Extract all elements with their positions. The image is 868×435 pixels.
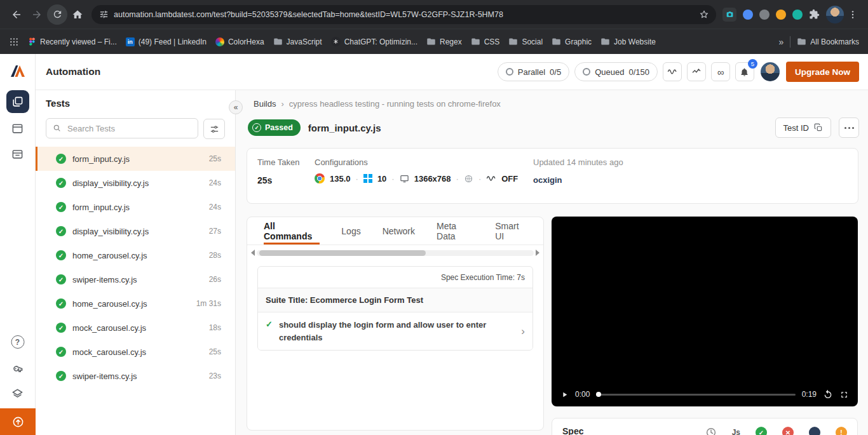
rail-item-builds[interactable] <box>6 90 29 113</box>
extension-camera-icon[interactable] <box>722 8 736 22</box>
video-seek-knob[interactable] <box>596 392 601 397</box>
video-seek-bar[interactable] <box>596 394 795 396</box>
tab-logs[interactable]: Logs <box>341 217 360 244</box>
home-icon <box>72 9 83 20</box>
passed-check-icon: ✓ <box>56 202 66 212</box>
test-id-button[interactable]: Test ID <box>775 117 831 138</box>
bookmark-folder-graphic[interactable]: Graphic <box>552 37 592 46</box>
back-button[interactable] <box>6 4 27 25</box>
bookmark-folder-social[interactable]: Social <box>508 37 543 46</box>
bookmark-linkedin[interactable]: in (49) Feed | LinkedIn <box>126 37 207 46</box>
spec-result-row[interactable]: ✓ should display the login form and allo… <box>258 312 532 350</box>
bookmark-folder-css[interactable]: CSS <box>471 37 500 46</box>
upgrade-now-button[interactable]: Upgrade Now <box>786 62 859 82</box>
access-key-icon[interactable] <box>8 358 28 378</box>
search-box[interactable] <box>46 118 198 138</box>
extension-blue-icon[interactable] <box>743 10 753 20</box>
apps-grid-icon[interactable] <box>9 37 19 47</box>
spec-section-title: Spec <box>562 426 583 435</box>
passed-check-icon: ✓ <box>56 347 66 357</box>
bookmarks-overflow-chevron[interactable]: » <box>779 37 784 47</box>
playback-speed-button[interactable] <box>823 389 833 399</box>
scroll-right-arrow[interactable] <box>536 250 539 256</box>
test-list-item[interactable]: ✓ swiper-items.cy.js 26s <box>36 267 235 291</box>
home-button[interactable] <box>67 4 88 25</box>
tab-all-commands[interactable]: All Commands <box>264 217 320 244</box>
test-name: mock_carousel.cy.js <box>72 323 203 333</box>
test-list-item[interactable]: ✓ display_visibility.cy.js 24s <box>36 171 235 195</box>
rail-item-archive[interactable] <box>8 144 28 164</box>
passed-check-icon: ✓ <box>56 298 66 309</box>
fullscreen-button[interactable] <box>839 390 849 399</box>
notifications-button[interactable]: 5 <box>735 62 754 81</box>
spec-js-icon[interactable]: Js <box>732 428 740 435</box>
scrollbar-track[interactable] <box>257 250 534 256</box>
video-player[interactable]: 0:00 0:19 <box>552 217 858 406</box>
kebab-menu-icon <box>848 10 858 20</box>
spec-skipped-icon[interactable] <box>809 427 820 435</box>
test-list-item[interactable]: ✓ display_visibility.cy.js 27s <box>36 219 235 243</box>
analytics-button[interactable] <box>687 62 706 81</box>
automation-infinity-button[interactable]: ∞ <box>711 62 730 81</box>
extension-gray-icon[interactable] <box>759 10 770 20</box>
spec-passed-icon[interactable]: ✓ <box>756 427 767 435</box>
test-list-item[interactable]: ✓ home_carousel.cy.js 28s <box>36 243 235 267</box>
filter-button[interactable] <box>203 119 225 139</box>
spec-failed-icon[interactable]: ✕ <box>782 427 794 435</box>
rail-item-sessions[interactable] <box>8 118 28 138</box>
test-list-item[interactable]: ✓ swiper-items.cy.js 23s <box>36 364 235 388</box>
all-bookmarks-button[interactable]: All Bookmarks <box>797 37 859 46</box>
more-options-button[interactable] <box>839 117 859 138</box>
test-list-item[interactable]: ✓ mock_carousel.cy.js 18s <box>36 316 235 340</box>
network-throttle-icon <box>486 173 496 184</box>
bookmark-recently-viewed[interactable]: Recently viewed – Fi... <box>28 37 117 46</box>
collapse-panel-button[interactable]: « <box>229 100 243 114</box>
refresh-button[interactable] <box>47 4 67 25</box>
time-taken-label: Time Taken <box>257 157 299 167</box>
browser-window-icon <box>11 123 24 135</box>
tab-network[interactable]: Network <box>383 217 415 244</box>
address-bar[interactable]: automation.lambdatest.com/test?build=520… <box>92 5 716 24</box>
search-input[interactable] <box>66 123 191 134</box>
bookmark-star-button[interactable] <box>696 6 712 23</box>
browser-menu-button[interactable] <box>844 6 862 23</box>
extensions-puzzle-icon[interactable] <box>809 9 820 20</box>
network-throttle-button[interactable] <box>663 62 682 81</box>
scrollbar-thumb[interactable] <box>259 250 426 256</box>
video-duration: 0:19 <box>802 390 817 399</box>
spec-clock-icon[interactable] <box>705 427 717 435</box>
parallel-counter[interactable]: Parallel 0/5 <box>498 62 569 81</box>
bell-icon <box>740 67 749 77</box>
bookmark-folder-regex[interactable]: Regex <box>426 37 462 46</box>
user-avatar[interactable] <box>761 62 780 81</box>
breadcrumb-builds-link[interactable]: Builds <box>254 99 276 109</box>
new-feature-button[interactable] <box>0 408 36 435</box>
scroll-left-arrow[interactable] <box>251 250 255 256</box>
test-list-item[interactable]: ✓ form_input.cy.js 25s <box>36 147 235 171</box>
spec-warning-icon[interactable]: ! <box>836 427 847 435</box>
forward-button[interactable] <box>27 4 47 25</box>
test-list-item[interactable]: ✓ home_carousel.cy.js 1m 31s <box>36 291 235 316</box>
queued-counter[interactable]: Queued 0/150 <box>574 62 658 81</box>
tab-smart-ui[interactable]: Smart UI <box>495 217 527 244</box>
extension-teal-icon[interactable] <box>792 10 803 20</box>
spec-test-name: should display the login form and allow … <box>279 319 489 344</box>
help-icon[interactable]: ? <box>11 335 24 349</box>
test-list-item[interactable]: ✓ mock_carousel.cy.js 25s <box>36 340 235 364</box>
browser-profile-avatar[interactable] <box>826 6 844 23</box>
integrations-stack-icon[interactable] <box>8 384 28 404</box>
bookmark-label: (49) Feed | LinkedIn <box>139 37 207 46</box>
extension-orange-icon[interactable] <box>776 10 786 20</box>
test-list-item[interactable]: ✓ form_input.cy.js 24s <box>36 195 235 219</box>
tab-meta-data[interactable]: Meta Data <box>437 217 473 244</box>
play-button[interactable] <box>560 391 569 399</box>
dot-separator: · <box>356 174 358 184</box>
bookmark-colorhexa[interactable]: ColorHexa <box>215 37 264 46</box>
lambdatest-logo[interactable] <box>9 62 27 79</box>
globe-icon <box>464 174 473 184</box>
bookmark-folder-job-website[interactable]: Job Website <box>600 37 656 46</box>
bookmark-chatgpt[interactable]: ChatGPT: Optimizin... <box>331 37 417 46</box>
bookmark-folder-javascript[interactable]: JavaScript <box>273 37 322 46</box>
site-info-icon[interactable] <box>99 10 109 19</box>
username-link[interactable]: ocxigin <box>533 175 562 185</box>
